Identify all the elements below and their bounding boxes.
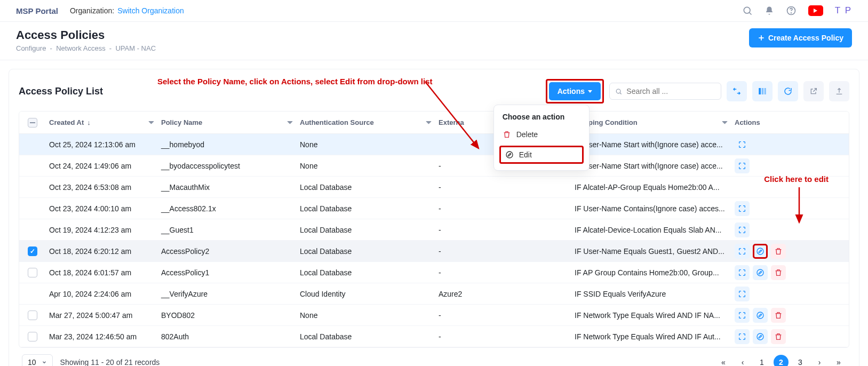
page-2[interactable]: 2 bbox=[774, 355, 789, 366]
cell-map: IF User-Name Equals Guest1, Guest2 AND..… bbox=[571, 247, 731, 256]
table-row[interactable]: Oct 23, 2024 6:53:08 am__MacauthMixLocal… bbox=[19, 177, 849, 198]
last-page[interactable]: » bbox=[831, 355, 846, 366]
table-row[interactable]: Oct 23, 2024 4:00:10 am__Access802.1xLoc… bbox=[19, 198, 849, 219]
row-checkbox[interactable] bbox=[28, 332, 37, 341]
col-created[interactable]: Created At ↓⏷ bbox=[46, 118, 158, 126]
expand-icon[interactable] bbox=[735, 265, 750, 280]
col-name[interactable]: Policy Name⏷ bbox=[158, 118, 297, 126]
cell-ext: - bbox=[435, 204, 571, 213]
help-icon[interactable] bbox=[786, 5, 797, 16]
expand-icon[interactable] bbox=[735, 201, 750, 216]
cell-map: IF SSID Equals VerifyAzure bbox=[571, 290, 731, 298]
dropdown-delete[interactable]: Delete bbox=[494, 125, 589, 144]
sort-desc-icon: ↓ bbox=[87, 118, 91, 126]
svg-line-9 bbox=[620, 92, 621, 93]
row-checkbox[interactable] bbox=[28, 311, 37, 320]
expand-icon[interactable] bbox=[735, 222, 750, 237]
cell-map: IF User-Name Contains(Ignore case) acces… bbox=[571, 204, 731, 213]
prev-page[interactable]: ‹ bbox=[735, 355, 750, 366]
table-row[interactable]: Oct 19, 2024 4:12:23 am__Guest1Local Dat… bbox=[19, 219, 849, 241]
cell-actions bbox=[731, 308, 817, 323]
filter-icon[interactable]: ⏷ bbox=[148, 118, 155, 126]
cell-map: IF Network Type Equals Wired AND IF Aut.… bbox=[571, 332, 731, 341]
cell-date: Oct 18, 2024 6:01:57 am bbox=[46, 268, 158, 277]
row-checkbox[interactable] bbox=[28, 246, 37, 256]
user-avatar[interactable]: T P bbox=[835, 5, 852, 16]
crumb-upam[interactable]: UPAM - NAC bbox=[115, 44, 156, 52]
expand-icon[interactable] bbox=[735, 244, 750, 259]
expand-icon[interactable] bbox=[735, 308, 750, 323]
switch-org-link[interactable]: Switch Organization bbox=[117, 6, 184, 15]
list-title: Access Policy List bbox=[19, 86, 103, 97]
edit-icon[interactable] bbox=[753, 308, 768, 323]
page-1[interactable]: 1 bbox=[754, 355, 769, 366]
columns-toggle-button[interactable] bbox=[727, 81, 747, 101]
table-row[interactable]: Mar 27, 2024 5:00:47 amBYOD802None-IF Ne… bbox=[19, 305, 849, 326]
cell-actions bbox=[731, 137, 817, 152]
dropdown-edit[interactable]: Edit bbox=[499, 146, 584, 164]
first-page[interactable]: « bbox=[716, 355, 731, 366]
table-row[interactable]: Oct 18, 2024 6:01:57 amAccessPolicy1Loca… bbox=[19, 262, 849, 283]
expand-icon[interactable] bbox=[735, 137, 750, 152]
cell-actions bbox=[731, 287, 817, 301]
showing-text: Showing 11 - 20 of 21 records bbox=[60, 358, 160, 366]
cell-date: Mar 23, 2024 12:46:50 am bbox=[46, 332, 158, 341]
edit-icon[interactable] bbox=[753, 265, 768, 280]
cell-name: __Guest1 bbox=[158, 226, 297, 234]
col-auth[interactable]: Authentication Source⏷ bbox=[297, 118, 435, 126]
bell-icon[interactable] bbox=[765, 6, 774, 15]
cell-date: Mar 27, 2024 5:00:47 am bbox=[46, 311, 158, 320]
search-input[interactable] bbox=[626, 87, 715, 96]
create-policy-label: Create Access Policy bbox=[768, 34, 843, 42]
table-row[interactable]: Mar 23, 2024 12:46:50 am802AuthLocal Dat… bbox=[19, 326, 849, 347]
delete-icon[interactable] bbox=[771, 308, 786, 323]
column-settings-button[interactable] bbox=[752, 81, 773, 101]
table-row[interactable]: Oct 18, 2024 6:20:12 amAccessPolicy2Loca… bbox=[19, 241, 849, 262]
svg-point-17 bbox=[757, 333, 763, 340]
page-header: Access Policies Configure - Network Acce… bbox=[0, 22, 868, 60]
col-map[interactable]: Mapping Condition⏷ bbox=[571, 118, 731, 126]
delete-icon[interactable] bbox=[771, 329, 786, 344]
crumb-configure[interactable]: Configure bbox=[16, 44, 46, 52]
cell-map: IF Alcatel-AP-Group Equals Home2b:00 A..… bbox=[571, 183, 731, 192]
filter-icon[interactable]: ⏷ bbox=[721, 118, 728, 126]
org-label: Organization: bbox=[70, 6, 114, 15]
expand-icon[interactable] bbox=[735, 329, 750, 344]
page-3[interactable]: 3 bbox=[793, 355, 808, 366]
expand-icon[interactable] bbox=[735, 158, 750, 173]
cell-auth: None bbox=[297, 162, 435, 170]
cell-date: Oct 25, 2024 12:13:06 am bbox=[46, 140, 158, 149]
search-icon[interactable] bbox=[742, 5, 753, 16]
edit-icon[interactable] bbox=[753, 329, 768, 344]
cell-name: BYOD802 bbox=[158, 311, 297, 320]
delete-icon[interactable] bbox=[771, 244, 786, 259]
refresh-button[interactable] bbox=[778, 81, 798, 101]
svg-rect-12 bbox=[765, 88, 766, 94]
row-checkbox[interactable] bbox=[28, 268, 37, 277]
filter-icon[interactable]: ⏷ bbox=[286, 118, 293, 126]
table-row[interactable]: Oct 24, 2024 1:49:06 am__byodaccesspolic… bbox=[19, 155, 849, 177]
cell-name: 802Auth bbox=[158, 332, 297, 341]
crumb-network[interactable]: Network Access bbox=[56, 44, 105, 52]
delete-icon[interactable] bbox=[771, 265, 786, 280]
create-policy-button[interactable]: Create Access Policy bbox=[749, 28, 852, 47]
expand-icon[interactable] bbox=[735, 287, 750, 301]
table-row[interactable]: Oct 25, 2024 12:13:06 am__homebyodNoneIF… bbox=[19, 134, 849, 155]
cell-actions bbox=[731, 265, 817, 280]
cell-auth: None bbox=[297, 140, 435, 149]
page-size-select[interactable]: 10 bbox=[22, 354, 53, 366]
filter-icon[interactable]: ⏷ bbox=[425, 118, 432, 126]
table-row[interactable]: Apr 10, 2024 2:24:06 am__VerifyAzureClou… bbox=[19, 283, 849, 305]
actions-button[interactable]: Actions bbox=[549, 82, 601, 100]
edit-icon[interactable] bbox=[753, 244, 768, 259]
cell-name: __homebyod bbox=[158, 140, 297, 149]
youtube-icon[interactable] bbox=[808, 5, 823, 16]
search-box[interactable] bbox=[609, 83, 721, 100]
next-page[interactable]: › bbox=[812, 355, 827, 366]
svg-point-0 bbox=[744, 7, 750, 13]
svg-point-14 bbox=[757, 248, 763, 254]
select-all-checkbox[interactable] bbox=[28, 118, 37, 128]
export-button[interactable] bbox=[829, 81, 849, 101]
cell-auth: Cloud Identity bbox=[297, 290, 435, 298]
open-external-button[interactable] bbox=[803, 81, 824, 101]
